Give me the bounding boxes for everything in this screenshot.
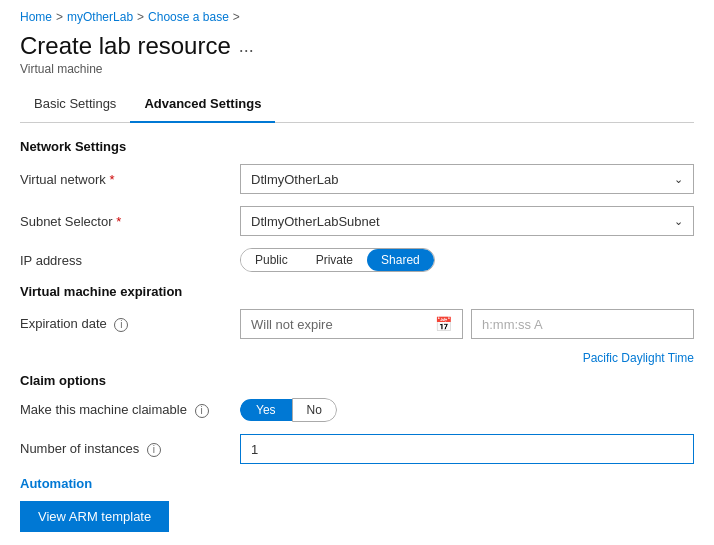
chevron-down-icon: ⌄	[674, 215, 683, 228]
claim-options-title: Claim options	[20, 373, 694, 388]
tab-advanced-settings[interactable]: Advanced Settings	[130, 88, 275, 123]
instances-info-icon[interactable]: i	[147, 443, 161, 457]
breadcrumb: Home > myOtherLab > Choose a base >	[20, 10, 694, 24]
subnet-selector-label: Subnet Selector *	[20, 214, 240, 229]
subnet-required: *	[116, 214, 121, 229]
ip-shared-button[interactable]: Shared	[367, 249, 434, 271]
expiration-date-row: Expiration date i Will not expire 📅 h:mm…	[20, 309, 694, 339]
expiration-time-input[interactable]: h:mm:ss A	[471, 309, 694, 339]
network-settings-title: Network Settings	[20, 139, 694, 154]
claimable-yes-button[interactable]: Yes	[240, 399, 292, 421]
num-instances-label: Number of instances i	[20, 441, 240, 457]
virtual-network-row: Virtual network * DtlmyOtherLab ⌄	[20, 164, 694, 194]
subnet-selector-row: Subnet Selector * DtlmyOtherLabSubnet ⌄	[20, 206, 694, 236]
view-arm-template-button[interactable]: View ARM template	[20, 501, 169, 532]
num-instances-input[interactable]	[240, 434, 694, 464]
breadcrumb-home[interactable]: Home	[20, 10, 52, 24]
make-claimable-row: Make this machine claimable i Yes No	[20, 398, 694, 422]
breadcrumb-sep-2: >	[137, 10, 144, 24]
virtual-network-value: DtlmyOtherLab	[251, 172, 338, 187]
tab-bar: Basic Settings Advanced Settings	[20, 88, 694, 123]
claimable-info-icon[interactable]: i	[195, 404, 209, 418]
subnet-selector-dropdown[interactable]: DtlmyOtherLabSubnet ⌄	[240, 206, 694, 236]
expiration-date-picker[interactable]: Will not expire 📅	[240, 309, 463, 339]
claimable-toggle-group: Yes No	[240, 398, 337, 422]
date-placeholder: Will not expire	[251, 317, 333, 332]
more-options-icon[interactable]: ...	[239, 36, 254, 57]
num-instances-row: Number of instances i	[20, 434, 694, 464]
breadcrumb-sep-1: >	[56, 10, 63, 24]
virtual-network-label: Virtual network *	[20, 172, 240, 187]
time-placeholder: h:mm:ss A	[482, 317, 543, 332]
breadcrumb-myotherlab[interactable]: myOtherLab	[67, 10, 133, 24]
ip-public-button[interactable]: Public	[241, 249, 302, 271]
ip-address-label: IP address	[20, 253, 240, 268]
make-claimable-label: Make this machine claimable i	[20, 402, 240, 418]
ip-address-row: IP address Public Private Shared	[20, 248, 694, 272]
automation-section-title: Automation	[20, 476, 694, 491]
page-title: Create lab resource	[20, 32, 231, 60]
tab-basic-settings[interactable]: Basic Settings	[20, 88, 130, 123]
expiration-date-label: Expiration date i	[20, 316, 240, 332]
ip-address-toggle-group: Public Private Shared	[240, 248, 435, 272]
breadcrumb-sep-3: >	[233, 10, 240, 24]
calendar-icon: 📅	[435, 316, 452, 332]
breadcrumb-choose-base[interactable]: Choose a base	[148, 10, 229, 24]
timezone-label: Pacific Daylight Time	[240, 351, 694, 365]
page-subtitle: Virtual machine	[20, 62, 694, 76]
claimable-no-button[interactable]: No	[292, 398, 337, 422]
vm-expiration-title: Virtual machine expiration	[20, 284, 694, 299]
virtual-network-dropdown[interactable]: DtlmyOtherLab ⌄	[240, 164, 694, 194]
chevron-down-icon: ⌄	[674, 173, 683, 186]
subnet-value: DtlmyOtherLabSubnet	[251, 214, 380, 229]
expiration-inputs-group: Will not expire 📅 h:mm:ss A	[240, 309, 694, 339]
ip-private-button[interactable]: Private	[302, 249, 367, 271]
expiration-info-icon[interactable]: i	[114, 318, 128, 332]
virtual-network-required: *	[109, 172, 114, 187]
